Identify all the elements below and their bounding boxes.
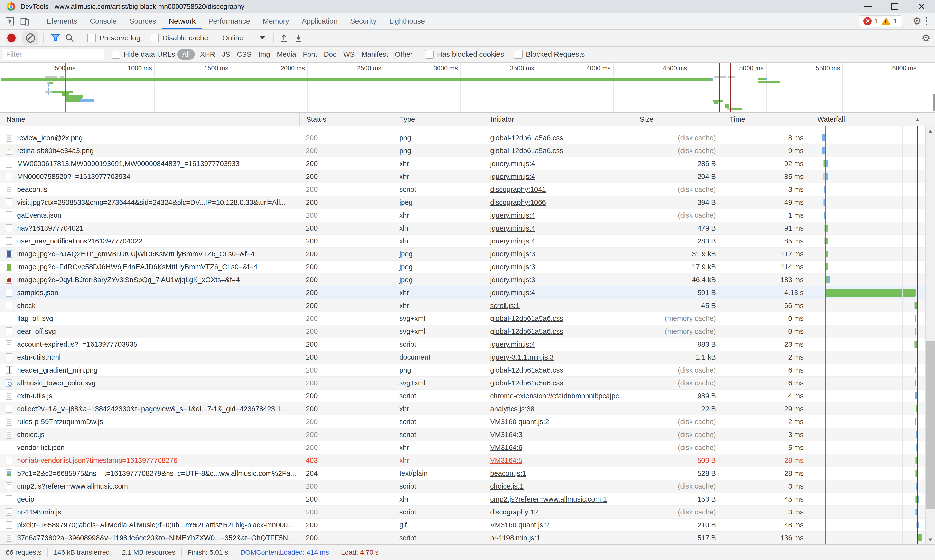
- request-row[interactable]: nr-1198.min.js200scriptdiscography:12(di…: [0, 506, 935, 518]
- preserve-log-checkbox[interactable]: [87, 34, 96, 42]
- request-row[interactable]: MN0000758520?_=1613977703934200xhrjquery…: [0, 170, 935, 183]
- initiator-link[interactable]: VM3164:5: [490, 457, 522, 465]
- initiator-link[interactable]: jquery.min.js:3: [490, 250, 535, 258]
- request-row[interactable]: check200xhrscroll.js:145 B66 ms: [0, 299, 935, 312]
- errors-warnings-badge[interactable]: ✕ 1 1: [858, 15, 902, 27]
- close-button[interactable]: ✕: [908, 0, 935, 13]
- initiator-link[interactable]: discography:1041: [490, 186, 546, 194]
- disable-cache-checkbox[interactable]: [150, 34, 159, 42]
- initiator-link[interactable]: choice.js:1: [490, 482, 523, 490]
- scrollbar-thumb[interactable]: [926, 341, 935, 509]
- more-options-menu[interactable]: [922, 17, 931, 25]
- initiator-link[interactable]: discography:1066: [490, 198, 546, 206]
- request-row[interactable]: nav?1613977704021200xhrjquery.min.js:447…: [0, 222, 935, 235]
- request-row[interactable]: visit.jpg?ctx=2908533&cmp=2736444&sid=24…: [0, 196, 935, 209]
- initiator-link[interactable]: global-12db61a5a6.css: [490, 315, 563, 323]
- scroll-up-arrow-icon[interactable]: ▲: [926, 128, 935, 134]
- initiator-link[interactable]: VM3164:6: [490, 444, 522, 452]
- request-row[interactable]: gear_off.svg200svg+xmlglobal-12db61a5a6.…: [0, 325, 935, 338]
- filter-type-other[interactable]: Other: [395, 51, 413, 58]
- filter-type-img[interactable]: Img: [258, 51, 270, 58]
- request-row[interactable]: extn-utils.js200scriptchrome-extension:/…: [0, 389, 935, 403]
- network-overview-timeline[interactable]: 500 ms1000 ms1500 ms2000 ms2500 ms3000 m…: [0, 63, 935, 113]
- initiator-link[interactable]: jquery.min.js:4: [490, 237, 535, 245]
- initiator-link[interactable]: cmp2.js?referer=www.allmusic.com:1: [490, 495, 607, 503]
- request-row[interactable]: review_icon@2x.png200pngglobal-12db61a5a…: [0, 131, 935, 145]
- initiator-link[interactable]: jquery.min.js:3: [490, 276, 535, 284]
- request-row[interactable]: allmusic_tower_color.svg200svg+xmlglobal…: [0, 377, 935, 389]
- tab-console[interactable]: Console: [83, 13, 123, 29]
- tab-sources[interactable]: Sources: [123, 13, 162, 29]
- initiator-link[interactable]: jquery.min.js:4: [490, 172, 535, 181]
- vertical-scrollbar[interactable]: ▲ ▼: [925, 126, 935, 545]
- hide-data-urls-control[interactable]: Hide data URLs: [112, 50, 175, 58]
- initiator-link[interactable]: chrome-extension://efaidnbmnnnibpcajpc..…: [490, 392, 625, 400]
- filter-type-font[interactable]: Font: [303, 51, 317, 58]
- export-har-button[interactable]: [293, 32, 304, 43]
- request-row[interactable]: choice.js200scriptVM3164:3(disk cache)3 …: [0, 428, 935, 441]
- initiator-link[interactable]: VM3164:3: [490, 431, 522, 439]
- request-row[interactable]: geoip200xhrcmp2.js?referer=www.allmusic.…: [0, 493, 935, 506]
- tab-performance[interactable]: Performance: [202, 13, 257, 29]
- initiator-link[interactable]: jquery.min.js:4: [490, 289, 535, 297]
- request-row[interactable]: noniab-vendorlist.json?timestamp=1613977…: [0, 454, 935, 467]
- initiator-link[interactable]: jquery.min.js:4: [490, 160, 535, 168]
- filter-toggle-button[interactable]: [50, 32, 61, 43]
- settings-gear-icon[interactable]: ⚙: [912, 16, 922, 26]
- filter-type-ws[interactable]: WS: [343, 51, 355, 58]
- request-row[interactable]: vendor-list.json200xhrVM3164:6(disk cach…: [0, 441, 935, 454]
- initiator-link[interactable]: discography:12: [490, 508, 538, 516]
- minimize-button[interactable]: [855, 0, 881, 13]
- tab-network[interactable]: Network: [162, 13, 202, 29]
- filter-type-css[interactable]: CSS: [237, 51, 252, 58]
- filter-type-all[interactable]: All: [177, 49, 195, 60]
- column-header-status[interactable]: Status: [300, 113, 394, 126]
- search-button[interactable]: [64, 32, 75, 43]
- column-header-size[interactable]: Size: [633, 113, 723, 126]
- column-header-initiator[interactable]: Initiator: [484, 113, 633, 126]
- throttling-dropdown[interactable]: Online: [222, 34, 265, 42]
- initiator-link[interactable]: nr-1198.min.js:1: [490, 534, 540, 542]
- request-row[interactable]: image.jpg?c=9qyLBJtorr8aryZYv3lSnSpQg_7i…: [0, 274, 935, 286]
- filter-input[interactable]: Filter: [2, 48, 105, 60]
- initiator-link[interactable]: VM3160 quant.js:2: [490, 418, 549, 426]
- blocked-requests-checkbox[interactable]: [514, 50, 523, 58]
- clear-network-log-button[interactable]: [22, 31, 38, 45]
- initiator-link[interactable]: VM3160 quant.js:2: [490, 521, 549, 529]
- initiator-link[interactable]: jquery.min.js:4: [490, 211, 535, 219]
- tab-lighthouse[interactable]: Lighthouse: [383, 13, 431, 29]
- restore-button[interactable]: [881, 0, 908, 13]
- request-row[interactable]: user_nav_notifications?1613977704022200x…: [0, 235, 935, 248]
- request-row[interactable]: samples.json200xhrjquery.min.js:4591 B4.…: [0, 286, 935, 299]
- request-row[interactable]: gaEvents.json200xhrjquery.min.js:4(disk …: [0, 209, 935, 222]
- initiator-link[interactable]: jquery.min.js:4: [490, 224, 535, 232]
- filter-type-js[interactable]: JS: [222, 51, 230, 58]
- column-header-waterfall[interactable]: Waterfall▲: [811, 113, 935, 126]
- initiator-link[interactable]: jquery-3.1.1.min.js:3: [490, 353, 554, 362]
- disable-cache-control[interactable]: Disable cache: [150, 34, 208, 42]
- request-row[interactable]: retina-sb80b4e34a3.png200pngglobal-12db6…: [0, 145, 935, 157]
- initiator-link[interactable]: global-12db61a5a6.css: [490, 328, 563, 335]
- scroll-down-arrow-icon[interactable]: ▼: [926, 537, 935, 543]
- column-header-type[interactable]: Type: [394, 113, 484, 126]
- request-row[interactable]: collect?v=1&_v=j88&a=1384242330&t=pagevi…: [0, 403, 935, 415]
- initiator-link[interactable]: global-12db61a5a6.css: [490, 147, 563, 155]
- toggle-device-toolbar-button[interactable]: [20, 16, 30, 26]
- column-header-name[interactable]: Name: [0, 113, 300, 126]
- request-row[interactable]: cmp2.js?referer=www.allmusic.com200scrip…: [0, 480, 935, 493]
- preserve-log-control[interactable]: Preserve log: [87, 34, 140, 42]
- import-har-button[interactable]: [278, 32, 289, 43]
- tab-memory[interactable]: Memory: [257, 13, 295, 29]
- filter-type-xhr[interactable]: XHR: [200, 51, 215, 58]
- filter-type-manifest[interactable]: Manifest: [361, 51, 388, 58]
- initiator-link[interactable]: global-12db61a5a6.css: [490, 134, 563, 142]
- column-header-time[interactable]: Time: [723, 113, 811, 126]
- initiator-link[interactable]: scroll.js:1: [490, 302, 520, 310]
- blocked-requests-control[interactable]: Blocked Requests: [514, 50, 585, 58]
- filter-type-media[interactable]: Media: [277, 51, 296, 58]
- has-blocked-cookies-control[interactable]: Has blocked cookies: [425, 50, 504, 58]
- request-row[interactable]: rules-p-59TntzuqummDw.js200scriptVM3160 …: [0, 415, 935, 428]
- inspect-element-button[interactable]: [5, 16, 15, 26]
- sort-direction-icon[interactable]: ▲: [915, 116, 920, 123]
- request-row[interactable]: header_gradient_min.png200pngglobal-12db…: [0, 364, 935, 377]
